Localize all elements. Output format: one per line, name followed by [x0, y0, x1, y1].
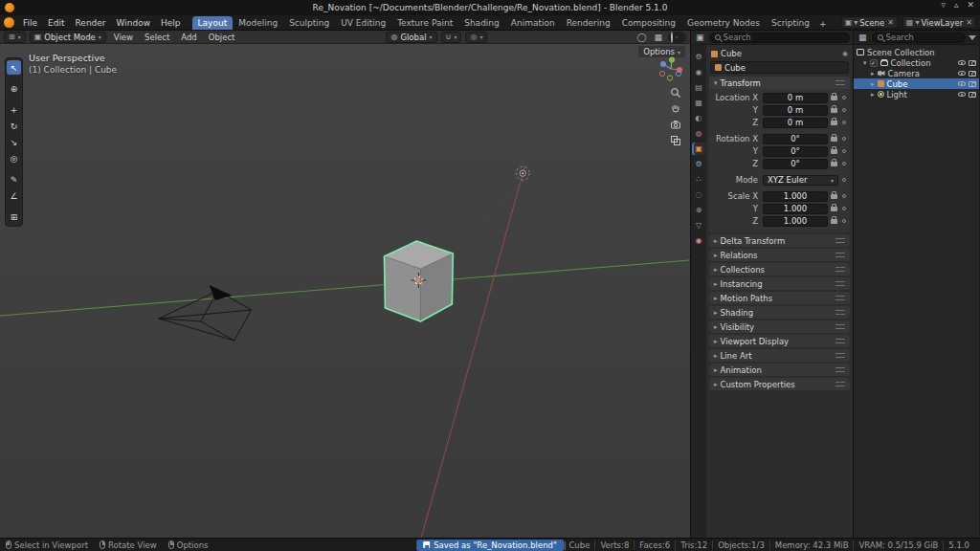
shading-wireframe-button[interactable] — [671, 33, 673, 42]
scene-selector[interactable]: ▣ ▾ Scene ✕ — [841, 16, 898, 29]
lock-icon[interactable] — [831, 219, 837, 224]
panel-relations[interactable]: ▸Relations — [709, 249, 850, 261]
panel-grip-handle[interactable] — [835, 339, 845, 343]
caret-right-icon[interactable]: ▸ — [871, 80, 875, 88]
viewlayer-remove-icon[interactable]: ✕ — [966, 18, 972, 27]
tool-cursor[interactable]: ⊕ — [7, 81, 21, 96]
decorator-dot[interactable] — [842, 178, 846, 182]
menu-window[interactable]: Window — [112, 17, 156, 29]
gizmo-y-neg[interactable] — [667, 76, 672, 80]
panel-grip-handle[interactable] — [835, 324, 845, 329]
tab-view-layer[interactable]: ▦ — [692, 97, 705, 109]
caret-right-icon[interactable]: ▸ — [871, 70, 875, 77]
panel-grip-handle[interactable] — [835, 382, 845, 386]
perspective-toggle-button[interactable] — [669, 134, 681, 146]
workspace-tab-rendering[interactable]: Rendering — [561, 16, 616, 30]
decorator-dot[interactable] — [842, 121, 846, 124]
menu-render[interactable]: Render — [71, 17, 111, 29]
lock-icon[interactable] — [831, 96, 837, 100]
location-z-field[interactable]: 0 m — [763, 118, 828, 128]
tool-scale[interactable]: ↘ — [7, 135, 21, 149]
workspace-tab-sculpting[interactable]: Sculpting — [283, 16, 335, 30]
disable-in-renders-toggle[interactable] — [969, 60, 976, 66]
location-y-field[interactable]: 0 m — [763, 105, 828, 116]
gizmo-y-axis[interactable] — [669, 57, 675, 63]
viewport-menu-select[interactable]: Select — [141, 33, 173, 42]
menu-edit[interactable]: Edit — [43, 17, 69, 29]
tab-constraints[interactable]: ⊕ — [692, 204, 705, 216]
tool-rotate[interactable]: ↻ — [7, 119, 21, 133]
tab-object-data[interactable]: ▽ — [692, 219, 705, 231]
lock-icon[interactable] — [831, 137, 837, 142]
breadcrumb-object-name[interactable]: Cube — [721, 49, 742, 58]
xray-toggle[interactable]: ▦ — [652, 33, 664, 42]
panel-grip-handle[interactable] — [835, 296, 845, 300]
rotation-mode-dropdown[interactable]: XYZ Euler ▾ — [763, 175, 838, 186]
lock-icon[interactable] — [831, 149, 837, 154]
panel-shading[interactable]: ▸Shading — [709, 306, 850, 319]
editor-type-button[interactable]: ⊞ ▾ — [4, 32, 26, 43]
panel-grip-handle[interactable] — [835, 353, 845, 358]
hide-in-viewport-toggle[interactable] — [958, 71, 966, 76]
panel-custom-properties[interactable]: ▸Custom Properties — [709, 378, 850, 390]
zoom-button[interactable] — [669, 86, 681, 99]
scale-y-field[interactable]: 1.000 — [763, 204, 828, 214]
tab-output[interactable]: ▤ — [692, 81, 705, 94]
viewport-menu-object[interactable]: Object — [205, 33, 239, 42]
panel-grip-handle[interactable] — [835, 281, 845, 286]
panel-line-art[interactable]: ▸Line Art — [709, 349, 850, 362]
camera-object[interactable] — [159, 285, 252, 341]
lock-icon[interactable] — [831, 207, 837, 211]
panel-grip-handle[interactable] — [835, 310, 845, 315]
workspace-tab-scripting[interactable]: Scripting — [766, 16, 815, 30]
pin-icon[interactable]: ◉ — [842, 50, 848, 57]
decorator-dot[interactable] — [842, 194, 846, 198]
location-x-field[interactable]: 0 m — [763, 93, 828, 103]
workspace-tab-texture-paint[interactable]: Texture Paint — [391, 16, 458, 30]
hide-in-viewport-toggle[interactable] — [958, 81, 966, 86]
lock-icon[interactable] — [831, 194, 837, 199]
tab-tool[interactable]: ⚙ — [692, 51, 705, 63]
workspace-tab-animation[interactable]: Animation — [505, 16, 561, 30]
panel-grip-handle[interactable] — [835, 238, 845, 243]
scale-x-field[interactable]: 1.000 — [763, 191, 828, 202]
maximize-button[interactable]: ▵ — [954, 0, 959, 10]
hide-in-viewport-toggle[interactable] — [958, 60, 966, 65]
tab-material[interactable]: ◉ — [692, 234, 705, 247]
workspace-tab-modeling[interactable]: Modeling — [233, 16, 283, 30]
show-overlays-toggle[interactable]: ◯ — [635, 33, 648, 42]
viewport-menu-add[interactable]: Add — [177, 33, 200, 42]
tab-object[interactable]: ▣ — [692, 143, 705, 155]
hide-in-viewport-toggle[interactable] — [958, 92, 966, 97]
decorator-dot[interactable] — [842, 137, 846, 141]
panel-collections[interactable]: ▸Collections — [709, 263, 850, 276]
light-object[interactable] — [516, 166, 529, 180]
decorator-dot[interactable] — [842, 219, 846, 223]
panel-animation[interactable]: ▸Animation — [709, 364, 850, 376]
disable-in-renders-toggle[interactable] — [969, 92, 976, 98]
lock-icon[interactable] — [831, 162, 837, 166]
pan-button[interactable] — [669, 101, 681, 114]
properties-search-input[interactable]: Search — [709, 33, 850, 43]
camera-view-button[interactable] — [669, 118, 681, 130]
tab-world[interactable]: ◍ — [692, 127, 705, 140]
decorator-dot[interactable] — [842, 149, 846, 153]
outliner-row-cube[interactable]: ▸ Cube — [854, 78, 979, 89]
lock-icon[interactable] — [831, 108, 837, 113]
tool-move[interactable]: + — [7, 102, 21, 117]
tab-modifiers[interactable]: ⚙ — [692, 158, 705, 170]
decorator-dot[interactable] — [842, 108, 846, 112]
rotation-x-field[interactable]: 0° — [763, 134, 828, 144]
disable-in-renders-toggle[interactable] — [969, 81, 976, 87]
decorator-dot[interactable] — [842, 96, 846, 99]
tool-measure[interactable]: ∠ — [7, 188, 21, 203]
add-workspace-button[interactable]: + — [815, 18, 831, 30]
decorator-dot[interactable] — [842, 207, 846, 210]
rotation-z-field[interactable]: 0° — [763, 159, 828, 169]
panel-grip-handle[interactable] — [835, 267, 845, 272]
navigation-gizmo[interactable] — [658, 56, 683, 81]
blender-menu-icon[interactable] — [4, 17, 14, 28]
mode-dropdown[interactable]: ▣ Object Mode ▾ — [30, 32, 106, 43]
outliner-row-collection[interactable]: ▾ ✓ Collection — [854, 57, 979, 68]
tab-scene[interactable]: ◐ — [692, 112, 705, 124]
